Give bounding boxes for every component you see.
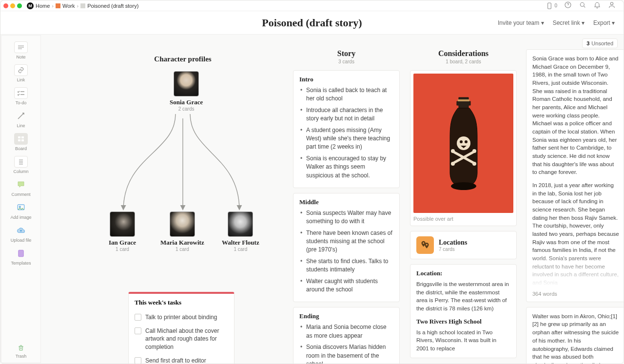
avatar [174,71,199,96]
tool-upload[interactable]: Upload file [1,223,40,245]
window-minimize-dot[interactable] [10,3,15,8]
location-details-card[interactable]: Location: Briggsville is the westernmost… [410,264,517,358]
user-icon[interactable] [608,1,616,11]
svg-point-2 [580,2,584,6]
tool-column[interactable]: Column [1,154,40,176]
secret-link-button[interactable]: Secret link ▾ [553,19,585,26]
story-column: Story 3 cards Intro Sonia is called back… [293,49,400,364]
story-intro-card[interactable]: Intro Sonia is called back to teach at h… [293,70,400,188]
list-item: Sonia is called back to teach at her old… [299,86,393,103]
task-item[interactable]: Call Michael about the cover artwork and… [135,324,228,354]
checkbox[interactable] [135,314,141,321]
window-close-dot[interactable] [3,3,8,8]
list-item: There have been known cases of students … [299,229,393,254]
tool-note[interactable]: Note [1,39,40,61]
story-middle-card[interactable]: Middle Sonia suspects Walter may have so… [293,193,400,303]
task-item[interactable]: Send first draft to editor [135,354,228,364]
breadcrumb: M Home › Work › Poisoned (draft story) [27,2,138,9]
chevron-right-icon: › [77,3,78,9]
avatar [170,211,195,237]
list-item: Maria and Sonia become close as more clu… [299,323,393,340]
avatar [110,211,135,237]
locations-card[interactable]: Locations 7 cards [410,231,517,259]
device-icon[interactable]: 0 [546,1,557,11]
list-item: Sonia discovers Marias hidden room in th… [299,343,393,364]
checkbox[interactable] [135,327,141,334]
macos-titlebar: M Home › Work › Poisoned (draft story) 0 [0,0,624,11]
column-title: Considerations [410,49,517,58]
note-card-walter[interactable]: Walter was born in Akron, Ohio;[1][2] he… [526,307,624,364]
svg-rect-20 [458,99,469,101]
list-item: She starts to find clues. Talks to stude… [299,257,393,274]
list-item: Walter caught with students around the s… [299,277,393,294]
list-item: Sonia suspects Walter may have something… [299,209,393,226]
note-card-sonia[interactable]: Sonia Grace was born to Alice and Michae… [526,49,624,302]
svg-rect-9 [18,136,20,138]
main-area: Note Link To-do Line Board Column Commen… [0,35,624,364]
column-title: Story [293,49,400,58]
character-sonia[interactable]: Sonia Grace 2 cards [170,71,203,112]
svg-point-21 [451,182,476,190]
bell-icon[interactable] [593,1,601,11]
breadcrumb-draft[interactable]: Poisoned (draft story) [87,3,138,9]
tool-comment[interactable]: Comment [1,177,40,199]
tool-sidebar: Note Link To-do Line Board Column Commen… [1,35,41,363]
svg-point-28 [472,149,476,153]
tool-link[interactable]: Link [1,62,40,84]
svg-point-3 [610,2,613,4]
chevron-right-icon: › [52,3,54,9]
checkbox[interactable] [135,357,141,364]
breadcrumb-home[interactable]: Home [36,3,50,9]
character-walter[interactable]: Walter Floutz 1 card [222,211,259,252]
list-item: Sonia is encouraged to stay by Walker as… [299,154,393,180]
help-icon[interactable] [564,1,572,11]
invite-team-button[interactable]: Invite your team ▾ [498,19,544,26]
export-button[interactable]: Export ▾ [593,19,615,26]
character-ian[interactable]: Ian Grace 1 card [109,211,136,252]
character-maria[interactable]: Maria Karowitz 1 card [160,211,204,252]
home-icon[interactable]: M [27,2,34,9]
svg-point-24 [465,140,468,143]
list-item: Introduce all characters in the story ea… [299,106,393,123]
tool-line[interactable]: Line [1,108,40,130]
tool-todo[interactable]: To-do [1,85,40,107]
svg-rect-12 [21,139,24,141]
word-count: 364 words [532,291,619,297]
poster-card[interactable]: Possible over art [410,70,517,226]
svg-point-18 [19,206,20,208]
tasks-card[interactable]: This week's tasks Talk to printer about … [128,292,234,364]
work-color-icon [56,3,60,8]
svg-rect-0 [548,3,551,9]
location-pin-icon [416,236,434,254]
task-item[interactable]: Talk to printer about binding [135,310,228,324]
board-canvas[interactable]: 3Unsorted Character profiles Sonia Grace… [41,35,624,364]
tool-add-image[interactable]: Add image [1,200,40,222]
column-subtitle: 1 board, 2 cards [410,59,517,64]
svg-rect-19 [19,250,24,257]
list-item: A student goes missing (Amy West) while … [299,126,393,152]
window-zoom-dot[interactable] [17,3,22,8]
svg-rect-10 [21,136,24,138]
image-caption: Possible over art [413,213,513,223]
notes-column: Sonia Grace was born to Alice and Michae… [526,49,624,364]
character-profiles-title: Character profiles [100,55,266,63]
poison-bottle-image [413,74,513,213]
unsorted-badge[interactable]: 3Unsorted [582,38,618,48]
svg-point-23 [460,140,463,143]
search-icon[interactable] [579,1,586,11]
avatar [228,211,253,237]
svg-point-27 [451,149,455,153]
tool-board[interactable]: Board [1,131,40,153]
story-ending-card[interactable]: Ending Maria and Sonia become close as m… [293,307,400,364]
draft-color-icon [80,3,85,8]
breadcrumb-work[interactable]: Work [62,3,75,9]
tasks-title: This week's tasks [135,299,228,307]
svg-point-30 [472,162,476,166]
topbar-icons: 0 [546,1,621,11]
tool-trash[interactable]: Trash [16,341,27,363]
tool-templates[interactable]: Templates [1,246,40,268]
column-subtitle: 3 cards [293,59,400,64]
page-header: Poisoned (draft story) Invite your team … [0,11,624,35]
considerations-column: Considerations 1 board, 2 cards [410,49,517,363]
svg-point-29 [451,162,455,166]
